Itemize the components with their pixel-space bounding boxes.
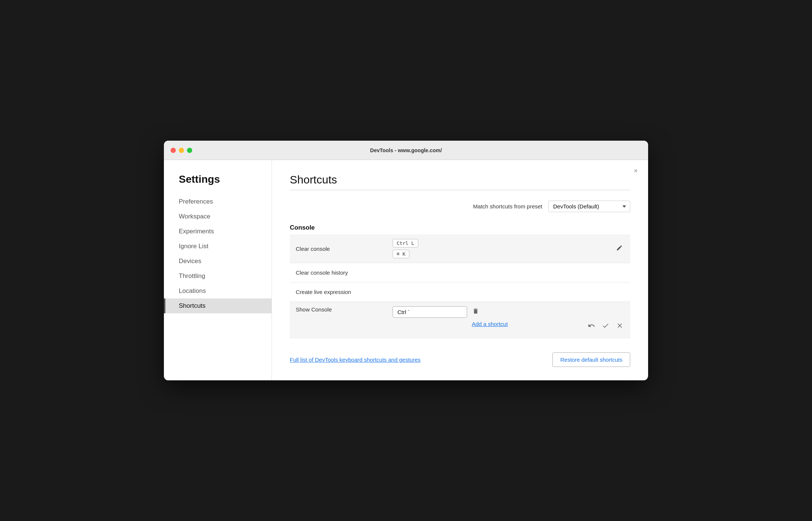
- shortcut-name-clear-history: Clear console history: [296, 269, 393, 276]
- shortcut-keys-clear-console: Ctrl L ⌘ K: [393, 239, 615, 258]
- shortcut-row-clear-history: Clear console history: [290, 263, 630, 282]
- editing-keys-show-console: Add a shortcut: [393, 306, 587, 327]
- shortcut-name-clear-console: Clear console: [296, 246, 393, 252]
- sidebar-item-experiments[interactable]: Experiments: [164, 224, 272, 239]
- devtools-window: DevTools - www.google.com/ Settings Pref…: [164, 141, 648, 380]
- restore-defaults-button[interactable]: Restore default shortcuts: [552, 352, 630, 367]
- shortcut-row-show-console: Show Console Add a shortcut: [290, 302, 630, 338]
- main-content: × Shortcuts Match shortcuts from preset …: [272, 160, 648, 380]
- window-title: DevTools - www.google.com/: [370, 147, 442, 153]
- confirm-button[interactable]: [601, 321, 610, 332]
- minimize-traffic-light[interactable]: [179, 148, 184, 153]
- editing-action-icons: [587, 306, 624, 333]
- sidebar-title: Settings: [164, 173, 272, 194]
- preset-row: Match shortcuts from preset DevTools (De…: [290, 201, 630, 212]
- sidebar-item-locations[interactable]: Locations: [164, 284, 272, 298]
- traffic-lights: [171, 148, 192, 153]
- close-traffic-light[interactable]: [171, 148, 176, 153]
- key-badge-cmd-k: ⌘ K: [393, 250, 409, 258]
- shortcut-row-live-expression: Create live expression: [290, 282, 630, 302]
- sidebar-item-shortcuts[interactable]: Shortcuts: [164, 298, 272, 313]
- sidebar-item-workspace[interactable]: Workspace: [164, 209, 272, 224]
- preset-label: Match shortcuts from preset: [473, 203, 542, 210]
- sidebar-item-throttling[interactable]: Throttling: [164, 269, 272, 284]
- sidebar: Settings Preferences Workspace Experimen…: [164, 160, 272, 380]
- cancel-edit-button[interactable]: [615, 321, 624, 332]
- page-title: Shortcuts: [290, 173, 630, 186]
- shortcut-name-live-expression: Create live expression: [296, 289, 393, 295]
- shortcut-actions-clear-console: [615, 243, 624, 255]
- devtools-shortcuts-link[interactable]: Full list of DevTools keyboard shortcuts…: [290, 357, 421, 363]
- preset-select[interactable]: DevTools (Default) Visual Studio Code: [548, 201, 630, 212]
- sidebar-item-preferences[interactable]: Preferences: [164, 194, 272, 209]
- key-input-show-console[interactable]: [393, 306, 467, 318]
- undo-button[interactable]: [587, 321, 596, 332]
- edit-clear-console-button[interactable]: [615, 243, 624, 255]
- delete-key-button[interactable]: [471, 306, 480, 318]
- titlebar: DevTools - www.google.com/: [164, 141, 648, 160]
- editing-input-row: [393, 306, 587, 318]
- add-shortcut-button[interactable]: Add a shortcut: [393, 321, 587, 327]
- sidebar-item-devices[interactable]: Devices: [164, 254, 272, 269]
- section-console-heading: Console: [290, 224, 630, 231]
- section-divider: [290, 190, 630, 190]
- shortcut-row-clear-console: Clear console Ctrl L ⌘ K: [290, 234, 630, 263]
- sidebar-item-ignore-list[interactable]: Ignore List: [164, 239, 272, 254]
- shortcut-name-show-console: Show Console: [296, 306, 393, 313]
- close-button[interactable]: ×: [634, 167, 638, 174]
- key-badge-ctrl-l: Ctrl L: [393, 239, 418, 247]
- footer-row: Full list of DevTools keyboard shortcuts…: [290, 349, 630, 367]
- window-body: Settings Preferences Workspace Experimen…: [164, 160, 648, 380]
- maximize-traffic-light[interactable]: [187, 148, 192, 153]
